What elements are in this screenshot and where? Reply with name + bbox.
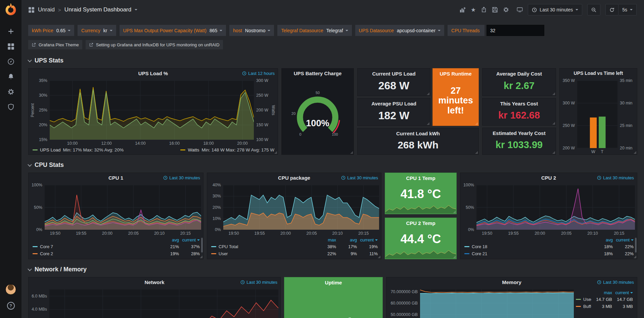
zoom-out-button[interactable]: [587, 4, 600, 15]
panel-cpu2-temp[interactable]: CPU 2 Temp 44.4 °C: [385, 218, 457, 259]
variable-telegraf-datasource[interactable]: Telegraf Datasource Telegraf: [277, 25, 352, 36]
memory-legend[interactable]: maxcurrentUsed14.7 GB14.7 GBBuffered3 MB…: [576, 287, 637, 318]
cpu1-legend[interactable]: avgcurrentCore 721%37%Core 219%28%: [29, 236, 203, 259]
link-grafana-plex-theme[interactable]: Grafana Plex Theme: [28, 40, 82, 49]
grafana-logo[interactable]: [4, 3, 17, 16]
server-admin-icon[interactable]: [0, 99, 21, 115]
user-avatar[interactable]: [5, 284, 16, 295]
panel-header[interactable]: CPU 1 Last 30 minutes: [29, 173, 203, 182]
legend-column-header[interactable]: avg: [592, 237, 613, 242]
plot-area[interactable]: WT: [577, 81, 617, 148]
cpu1-chart[interactable]: 100%50%0%19:5019:5520:0020:0520:1020:15: [29, 182, 203, 236]
plot-area[interactable]: 10:0012:0014:0016:0018:0020:00: [50, 81, 254, 140]
legend-row[interactable]: Core 219%28%: [33, 250, 200, 257]
y-axis: 40%30%20%10%0%: [209, 185, 223, 230]
cpu2-chart[interactable]: 100%50%0%19:5019:5520:0020:0520:1020:15: [460, 182, 637, 236]
cpu2-legend[interactable]: avgcurrentCore 1818%22%Core 2118%22%: [460, 236, 637, 259]
plot-area[interactable]: [49, 289, 278, 318]
cpu-package-chart[interactable]: 40%30%20%10%0%19:5019:5520:0020:0520:102…: [207, 182, 381, 236]
star-button[interactable]: ★: [471, 7, 476, 13]
variable-currency[interactable]: Currency kr: [78, 25, 116, 36]
legend-row[interactable]: Core 1818%22%: [464, 243, 634, 250]
memory-chart[interactable]: 70.000000 GB60.000000 GB50.000000 GB: [386, 287, 576, 318]
legend-row[interactable]: Buffered3 MB3 MB: [576, 303, 633, 310]
caret-down-icon[interactable]: [135, 9, 137, 10]
panel-header[interactable]: Memory Last 30 minutes: [386, 277, 637, 287]
breadcrumb-app[interactable]: Unraid: [38, 6, 55, 13]
configuration-icon[interactable]: [0, 84, 21, 99]
cpu-package-legend[interactable]: maxavgcurrentCPU Total38%17%19%User22%9%…: [207, 236, 381, 259]
panel-header[interactable]: CPU package Last 30 minutes: [207, 173, 381, 182]
legend-column-header[interactable]: current: [613, 237, 634, 242]
panel-average-psu-load[interactable]: Average PSU Load 182 W: [357, 98, 430, 126]
refresh-interval-picker[interactable]: 5s: [618, 4, 637, 15]
legend-row[interactable]: Core 2118%22%: [464, 250, 634, 257]
dashboard-scroll-area[interactable]: kWh Price 0.65 Currency kr UPS Max Outpu…: [21, 19, 644, 318]
variable-value[interactable]: Nostromo: [245, 28, 271, 33]
row-header-cpu-stats[interactable]: CPU Stats: [28, 162, 637, 169]
legend-column-header[interactable]: current: [612, 290, 633, 295]
share-button[interactable]: [481, 7, 487, 13]
add-panel-button[interactable]: [460, 7, 466, 13]
y-tick-label: 100%: [463, 183, 474, 187]
variable-host[interactable]: host Nostromo: [229, 25, 274, 36]
legend-row[interactable]: User22%9%11%: [211, 250, 378, 257]
panel-uptime[interactable]: Uptime 1 month 1: [284, 277, 383, 318]
variable-value[interactable]: 865: [210, 28, 222, 33]
plot-area[interactable]: 19:5019:5520:0020:0520:1020:15: [476, 185, 635, 230]
row-header-network-memory[interactable]: Network / Memory: [28, 266, 637, 273]
panel-current-load-kwh[interactable]: Current Load kWh 268 kWh: [357, 128, 479, 155]
panel-header[interactable]: UPS Load vs Time left: [560, 69, 637, 78]
tv-mode-button[interactable]: [517, 7, 523, 13]
alerting-icon[interactable]: [0, 69, 21, 84]
variable-kwh-price[interactable]: kWh Price 0.65: [28, 25, 74, 36]
panel-header[interactable]: CPU 2 Last 30 minutes: [460, 173, 637, 182]
legend-column-header[interactable]: max: [315, 237, 336, 242]
refresh-button[interactable]: [605, 4, 618, 15]
dashboard-grid-icon[interactable]: [28, 7, 35, 13]
legend-column-header[interactable]: current: [357, 237, 378, 242]
panel-memory: Memory Last 30 minutes 70.000000 GB60.00…: [386, 277, 637, 318]
legend-column-header[interactable]: avg: [336, 237, 357, 242]
variable-value[interactable]: 0.65: [56, 28, 71, 33]
row-header-ups-stats[interactable]: UPS Stats: [28, 57, 637, 64]
time-range-picker[interactable]: Last 30 minutes: [528, 4, 582, 15]
panel-estimated-yearly-cost[interactable]: Estimated Yearly Cost kr 1033.99: [482, 128, 556, 155]
plot-area[interactable]: 19:5019:5520:0020:0520:1020:15: [45, 185, 201, 230]
legend-column-header[interactable]: max: [591, 290, 612, 295]
ups-bar-chart[interactable]: 350 W300 W250 W200 WWT35 min30 min25 min…: [560, 78, 637, 154]
cpu-threads-input[interactable]: [487, 25, 544, 36]
legend-row[interactable]: Used14.7 GB14.7 GB: [576, 296, 633, 303]
legend-column-header[interactable]: avg: [158, 237, 179, 242]
legend-row[interactable]: Core 721%37%: [33, 243, 200, 250]
dashboards-icon[interactable]: [0, 39, 21, 54]
panel-current-ups-load[interactable]: Current UPS Load 268 W: [357, 68, 430, 96]
panel-header[interactable]: Network Last 30 minutes: [29, 277, 280, 287]
legend-column-header[interactable]: current: [179, 237, 200, 242]
ups-load-chart[interactable]: Percent35%30%25%20%15%10:0012:0014:0016:…: [29, 78, 278, 146]
panel-header[interactable]: UPS Battery Charge: [282, 69, 354, 78]
network-chart[interactable]: 6.0 MBs4.0 MBs2.0 MBs: [29, 287, 280, 318]
variable-ups-max-power[interactable]: UPS Max Output Power Capacity (Watt) 865: [120, 25, 226, 36]
panel-average-daily-cost[interactable]: Average Daily Cost kr 2.67: [482, 68, 556, 96]
legend-row[interactable]: CPU Total38%17%19%: [211, 243, 378, 250]
panel-header[interactable]: UPS Load % Last 12 hours: [29, 69, 278, 78]
variable-value[interactable]: Telegraf: [326, 28, 348, 33]
variable-value[interactable]: apcupsd-container: [397, 28, 441, 33]
create-icon[interactable]: [0, 24, 21, 39]
legend-item[interactable]: WattsMin: 148 W Max: 278 W Avg: 175 W: [180, 147, 274, 152]
legend-item[interactable]: UPS LoadMin: 17% Max: 32% Avg: 20%: [33, 147, 124, 152]
variable-ups-datasource[interactable]: UPS Datasource apcupsd-container: [355, 25, 444, 36]
panel-ups-runtime[interactable]: UPS Runtime 27 minutes left!: [432, 68, 479, 126]
panel-this-years-cost[interactable]: This Years Cost kr 162.68: [482, 98, 556, 126]
breadcrumb-title[interactable]: Unraid System Dashboard: [64, 6, 131, 13]
link-ups-monitoring-guide[interactable]: Setting up Grafana and InfluxDB for UPS …: [86, 40, 223, 49]
help-icon[interactable]: ?: [0, 298, 21, 313]
panel-cpu1-temp[interactable]: CPU 1 Temp 41.8 °C: [385, 173, 457, 214]
plot-area[interactable]: 19:5019:5520:0020:0520:1020:15: [223, 185, 379, 230]
dashboard-settings-button[interactable]: [503, 7, 509, 13]
explore-icon[interactable]: [0, 54, 21, 69]
plot-area[interactable]: [420, 289, 574, 318]
variable-value[interactable]: kr: [103, 28, 112, 33]
save-button[interactable]: [492, 7, 498, 13]
